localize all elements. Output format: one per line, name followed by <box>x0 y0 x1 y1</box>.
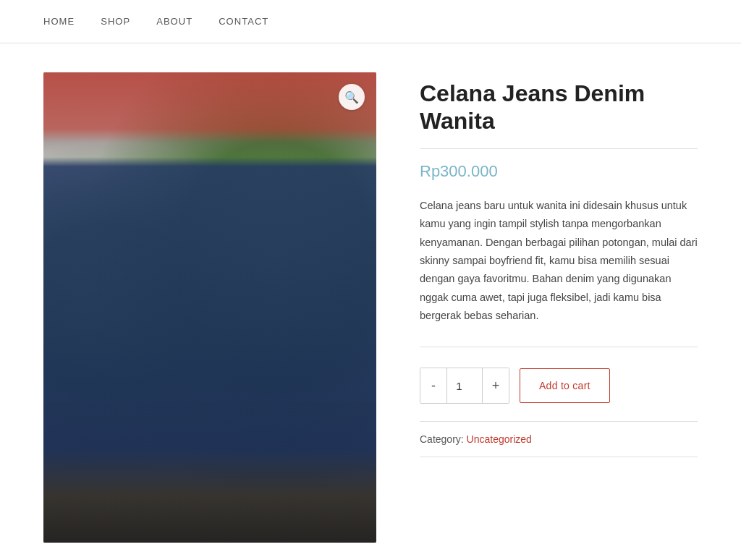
nav-about[interactable]: ABOUT <box>156 16 192 27</box>
quantity-minus-button[interactable]: - <box>420 368 446 403</box>
category-link[interactable]: Uncategorized <box>467 433 532 445</box>
quantity-control: - + <box>420 368 509 404</box>
title-divider <box>420 148 698 149</box>
nav-home[interactable]: HOME <box>43 16 75 27</box>
desc-divider <box>420 347 698 347</box>
cart-divider <box>420 421 698 422</box>
product-page: 🔍 Celana Jeans Denim Wanita Rp300.000 Ce… <box>0 43 741 560</box>
quantity-input[interactable] <box>446 368 483 403</box>
zoom-icon[interactable]: 🔍 <box>339 84 365 110</box>
product-info: Celana Jeans Denim Wanita Rp300.000 Cela… <box>420 72 698 457</box>
final-divider <box>420 457 698 457</box>
product-image-wrapper: 🔍 <box>43 72 376 543</box>
quantity-plus-button[interactable]: + <box>483 368 509 403</box>
product-description: Celana jeans baru untuk wanita ini dides… <box>420 197 698 326</box>
main-nav: HOME SHOP ABOUT CONTACT <box>43 16 268 27</box>
product-title: Celana Jeans Denim Wanita <box>420 80 698 135</box>
product-image-inner <box>43 72 376 543</box>
nav-contact[interactable]: CONTACT <box>219 16 268 27</box>
product-price: Rp300.000 <box>420 162 698 181</box>
cart-row: - + Add to cart <box>420 368 698 404</box>
category-label: Category: <box>420 433 464 445</box>
nav-shop[interactable]: SHOP <box>101 16 130 27</box>
category-row: Category: Uncategorized <box>420 433 698 445</box>
add-to-cart-button[interactable]: Add to cart <box>520 368 610 403</box>
product-image <box>43 72 376 543</box>
header: HOME SHOP ABOUT CONTACT <box>0 0 741 43</box>
